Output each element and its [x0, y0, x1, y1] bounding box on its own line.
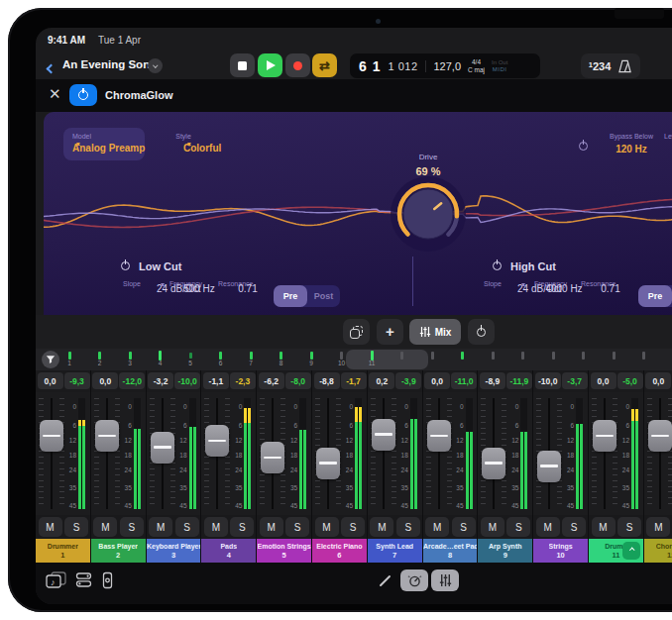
mute-button[interactable]: M: [93, 517, 117, 537]
fader-track[interactable]: [39, 398, 64, 509]
pre-button[interactable]: Pre: [274, 285, 307, 307]
cycle-button[interactable]: ⇄: [312, 53, 337, 77]
solo-button[interactable]: S: [230, 517, 254, 537]
fader-handle[interactable]: [427, 420, 451, 452]
pre-button[interactable]: Pre: [638, 285, 672, 307]
volume-readout[interactable]: -8,9: [480, 372, 505, 389]
volume-readout[interactable]: -3,2: [148, 372, 173, 389]
track-banner[interactable]: Drummer 1: [36, 539, 90, 563]
mute-button[interactable]: M: [39, 517, 62, 537]
add-track-button[interactable]: +: [377, 319, 403, 345]
solo-button[interactable]: S: [452, 517, 476, 537]
bypass-below-value[interactable]: 120 Hz: [597, 144, 666, 155]
model-select[interactable]: Model Analog Preamp: [63, 128, 145, 160]
fader-handle[interactable]: [593, 420, 616, 452]
track-banner[interactable]: Arp Synth 9: [478, 539, 532, 563]
mute-button[interactable]: M: [592, 517, 616, 537]
volume-readout[interactable]: 0,0: [645, 372, 671, 389]
volume-readout[interactable]: -8,8: [314, 372, 340, 389]
fader-handle[interactable]: [482, 448, 505, 479]
volume-readout[interactable]: -6,2: [259, 372, 284, 389]
solo-button[interactable]: S: [341, 517, 365, 537]
fader-handle[interactable]: [648, 420, 672, 452]
track-banner[interactable]: Pads 4: [201, 539, 256, 563]
mute-button[interactable]: M: [260, 517, 283, 537]
mute-button[interactable]: M: [315, 517, 339, 537]
mute-button[interactable]: M: [425, 517, 449, 537]
mute-button[interactable]: M: [204, 517, 228, 537]
track-banner[interactable]: Strings 10: [533, 539, 588, 563]
mixer-power-button[interactable]: [468, 319, 495, 345]
plugin-power-button[interactable]: [69, 84, 97, 106]
low-cut-resonance[interactable]: Resonance0.71: [218, 280, 278, 294]
fader-handle[interactable]: [95, 420, 119, 452]
mute-button[interactable]: M: [646, 517, 670, 537]
fader-track[interactable]: [592, 398, 617, 509]
solo-button[interactable]: S: [285, 517, 309, 537]
close-icon[interactable]: ✕: [49, 85, 61, 103]
solo-button[interactable]: S: [64, 517, 88, 537]
high-cut-resonance[interactable]: Resonance0.71: [581, 280, 640, 294]
mute-button[interactable]: M: [536, 517, 560, 537]
mute-button[interactable]: M: [481, 517, 504, 537]
play-button[interactable]: [258, 53, 282, 77]
duplicate-button[interactable]: [343, 319, 370, 345]
back-chevron-icon[interactable]: [48, 58, 55, 76]
stop-button[interactable]: [230, 53, 255, 77]
song-menu-button[interactable]: [148, 58, 163, 73]
drive-knob[interactable]: [389, 174, 468, 254]
track-banner[interactable]: Chorus V 12: [644, 539, 672, 563]
solo-button[interactable]: S: [506, 517, 530, 537]
fader-handle[interactable]: [40, 420, 63, 452]
volume-readout[interactable]: 0,0: [92, 372, 118, 389]
volume-readout[interactable]: 0,0: [591, 372, 616, 389]
count-in-metronome-group[interactable]: 1234: [581, 53, 640, 78]
solo-button[interactable]: S: [396, 517, 420, 537]
track-banner[interactable]: Keyboard Player 3: [147, 539, 201, 563]
mute-button[interactable]: M: [149, 517, 172, 537]
edit-pencil-icon[interactable]: [378, 573, 392, 592]
volume-readout[interactable]: 0,0: [38, 372, 63, 389]
track-banner[interactable]: Arcade…eet Pad 8: [423, 539, 478, 563]
track-banner[interactable]: Drums 11: [589, 539, 643, 563]
high-cut-power-icon[interactable]: [493, 261, 502, 270]
plugins-button[interactable]: [75, 571, 92, 592]
solo-button[interactable]: S: [617, 517, 641, 537]
solo-button[interactable]: S: [562, 517, 586, 537]
level-value[interactable]: 0.0: [658, 144, 672, 155]
count-in-button[interactable]: 1234: [589, 60, 612, 72]
fader-handle[interactable]: [372, 419, 395, 451]
volume-readout[interactable]: 0,0: [424, 372, 450, 389]
fader-handle[interactable]: [316, 448, 340, 479]
record-button[interactable]: [285, 53, 310, 77]
lcd-display[interactable]: 6 1 1 012 127,0 4/4 C maj In Out MIDI: [350, 53, 540, 78]
fader-handle[interactable]: [261, 442, 284, 473]
fader-handle[interactable]: [205, 425, 229, 457]
fader-track[interactable]: [426, 398, 452, 509]
post-button[interactable]: Post: [307, 291, 340, 301]
mixer-view-button[interactable]: [431, 569, 459, 591]
fader-handle[interactable]: [537, 451, 561, 482]
fader-track[interactable]: [371, 398, 396, 509]
volume-readout[interactable]: 0,2: [369, 372, 394, 389]
mute-button[interactable]: M: [370, 517, 393, 537]
faders-button[interactable]: [101, 571, 114, 593]
solo-button[interactable]: S: [175, 517, 199, 537]
collapse-button[interactable]: [622, 542, 640, 560]
fader-track[interactable]: [647, 398, 672, 509]
metronome-icon[interactable]: [617, 59, 632, 73]
fader-track[interactable]: [94, 398, 120, 509]
mix-button[interactable]: Mix: [409, 319, 461, 345]
solo-button[interactable]: S: [120, 517, 144, 537]
track-banner[interactable]: Emotion Strings 5: [257, 539, 311, 563]
track-banner[interactable]: Synth Lead 7: [368, 539, 422, 563]
controls-view-button[interactable]: [400, 569, 428, 591]
loop-browser-button[interactable]: ♪: [46, 571, 66, 594]
bar-ruler[interactable]: 1234567891011: [36, 349, 672, 370]
fader-handle[interactable]: [151, 432, 174, 464]
track-banner[interactable]: Electric Piano 6: [312, 539, 367, 563]
volume-readout[interactable]: -1,1: [203, 372, 229, 389]
song-title[interactable]: An Evening Song: [62, 58, 157, 70]
low-cut-power-icon[interactable]: [121, 261, 130, 270]
volume-readout[interactable]: -10,0: [535, 372, 561, 389]
